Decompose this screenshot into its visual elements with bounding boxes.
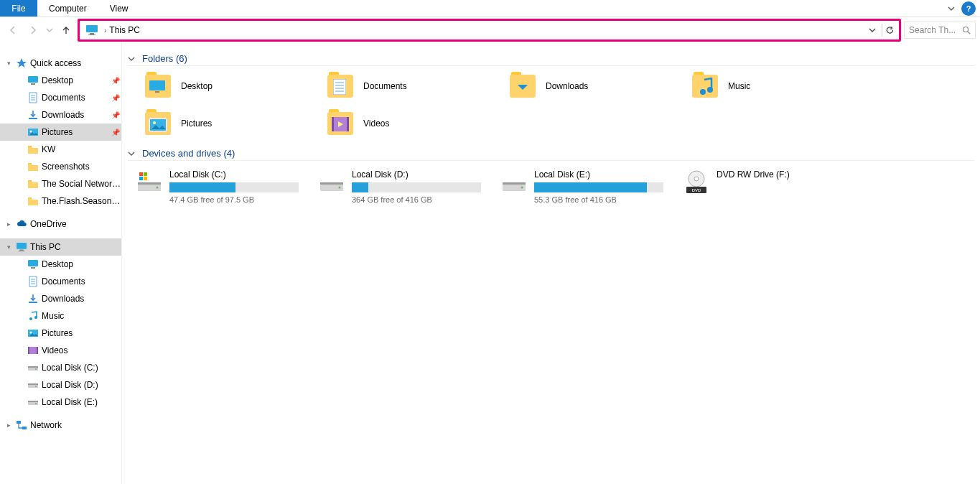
downloads-icon xyxy=(27,109,39,121)
videos-icon xyxy=(27,345,39,356)
folder-label: Music xyxy=(728,81,750,91)
ribbon: File Computer View ? xyxy=(0,0,980,17)
drive-usage-bar xyxy=(352,182,481,192)
svg-rect-60 xyxy=(347,117,349,131)
folder-item[interactable]: Documents xyxy=(327,75,510,98)
desktop-icon xyxy=(27,75,39,86)
tree-item[interactable]: The.Flash.Season.2.72 xyxy=(0,192,121,210)
documents-icon xyxy=(27,92,39,103)
star-icon xyxy=(16,57,27,69)
svg-rect-47 xyxy=(155,91,159,93)
tree-item[interactable]: Documents📌 xyxy=(0,89,121,106)
svg-rect-62 xyxy=(138,182,161,185)
network-icon xyxy=(16,419,27,431)
tree-item[interactable]: Downloads xyxy=(0,290,121,307)
tree-item[interactable]: Music xyxy=(0,307,121,325)
svg-rect-33 xyxy=(28,347,29,354)
svg-point-3 xyxy=(963,27,969,32)
address-bar[interactable]: › This PC xyxy=(78,19,901,42)
tree-item[interactable]: Downloads📌 xyxy=(0,106,121,124)
tree-label: Documents xyxy=(42,276,121,287)
search-box[interactable]: Search Th... xyxy=(904,22,976,39)
drive-label: Local Disk (D:) xyxy=(352,169,501,180)
svg-rect-46 xyxy=(149,80,165,90)
pin-icon: 📌 xyxy=(110,77,121,85)
svg-point-37 xyxy=(35,368,37,370)
drive-sublabel: 364 GB free of 416 GB xyxy=(352,195,501,204)
tree-label: Screenshots xyxy=(42,162,121,172)
tree-item[interactable]: Local Disk (E:) xyxy=(0,394,121,411)
tree-item[interactable]: Pictures xyxy=(0,325,121,342)
chevron-down-icon xyxy=(128,55,138,62)
forward-button[interactable] xyxy=(24,22,42,39)
svg-rect-20 xyxy=(19,251,25,251)
tree-this-pc[interactable]: ▾ This PC xyxy=(0,238,121,256)
tree-item[interactable]: Videos xyxy=(0,342,121,359)
svg-point-31 xyxy=(30,332,32,334)
drive-label: DVD RW Drive (F:) xyxy=(717,169,866,180)
search-placeholder: Search Th... xyxy=(909,25,956,35)
tree-item[interactable]: Desktop📌 xyxy=(0,72,121,89)
drive-item[interactable]: Local Disk (C:)47.4 GB free of 97.5 GB xyxy=(136,169,319,204)
folder-label: Desktop xyxy=(181,81,213,91)
tree-item[interactable]: Desktop xyxy=(0,256,121,273)
svg-rect-22 xyxy=(31,267,35,269)
tree-label: This PC xyxy=(30,242,121,252)
chevron-down-icon: ▾ xyxy=(4,243,13,251)
back-button[interactable] xyxy=(4,22,22,39)
drive-item[interactable]: DVDDVD RW Drive (F:) xyxy=(683,169,866,204)
svg-rect-65 xyxy=(144,172,147,176)
folder-item[interactable]: Desktop xyxy=(145,75,327,98)
tree-label: Network xyxy=(30,420,121,430)
chevron-down-icon: ▾ xyxy=(4,60,13,67)
group-header-drives[interactable]: Devices and drives (4) xyxy=(128,148,974,161)
folder-item[interactable]: Pictures xyxy=(145,112,327,135)
breadcrumb-separator-icon: › xyxy=(101,27,109,34)
tree-label: Videos xyxy=(42,345,121,355)
tree-quick-access[interactable]: ▾ Quick access xyxy=(0,55,121,72)
drive-item[interactable]: Local Disk (D:)364 GB free of 416 GB xyxy=(319,169,501,204)
folder-item[interactable]: Videos xyxy=(327,112,510,135)
ribbon-tab-view[interactable]: View xyxy=(98,0,140,17)
up-button[interactable] xyxy=(57,22,75,39)
folder-item[interactable]: Downloads xyxy=(510,75,692,98)
refresh-button[interactable] xyxy=(882,24,895,37)
svg-point-40 xyxy=(35,386,37,387)
svg-rect-16 xyxy=(28,180,32,182)
address-history-button[interactable] xyxy=(866,24,879,37)
tree-item[interactable]: The Social Network (2 xyxy=(0,175,121,192)
folder-item[interactable]: Music xyxy=(692,75,874,98)
svg-text:DVD: DVD xyxy=(692,188,701,192)
pin-icon: 📌 xyxy=(110,129,121,136)
recent-locations-button[interactable] xyxy=(45,22,55,39)
folder-icon xyxy=(27,144,39,155)
help-icon[interactable]: ? xyxy=(961,1,976,16)
svg-rect-67 xyxy=(144,177,147,180)
tree-item[interactable]: Local Disk (C:) xyxy=(0,359,121,376)
chevron-right-icon: ▸ xyxy=(4,220,13,228)
desktop-icon xyxy=(27,259,39,270)
tree-onedrive[interactable]: ▸ OneDrive xyxy=(0,215,121,233)
tree-label: Desktop xyxy=(42,259,121,269)
group-header-folders[interactable]: Folders (6) xyxy=(128,53,974,66)
svg-rect-17 xyxy=(28,197,32,199)
svg-rect-27 xyxy=(29,302,37,303)
tree-label: The Social Network (2 xyxy=(42,179,121,189)
svg-rect-14 xyxy=(28,146,32,147)
tree-item[interactable]: Pictures📌 xyxy=(0,124,121,141)
tree-item[interactable]: Documents xyxy=(0,273,121,290)
drive-usage-bar xyxy=(534,182,663,192)
ribbon-tab-computer[interactable]: Computer xyxy=(37,0,98,17)
drive-item[interactable]: Local Disk (E:)55.3 GB free of 416 GB xyxy=(501,169,683,204)
svg-point-75 xyxy=(694,177,699,181)
svg-rect-21 xyxy=(28,260,38,266)
tree-item[interactable]: Screenshots xyxy=(0,158,121,175)
tree-item[interactable]: KW xyxy=(0,141,121,158)
ribbon-expand-icon[interactable] xyxy=(946,0,957,17)
file-tab[interactable]: File xyxy=(0,0,37,17)
tree-item[interactable]: Local Disk (D:) xyxy=(0,376,121,394)
svg-rect-18 xyxy=(17,243,27,249)
svg-point-70 xyxy=(339,187,341,189)
tree-network[interactable]: ▸ Network xyxy=(0,416,121,434)
tree-label: Documents xyxy=(42,93,107,103)
